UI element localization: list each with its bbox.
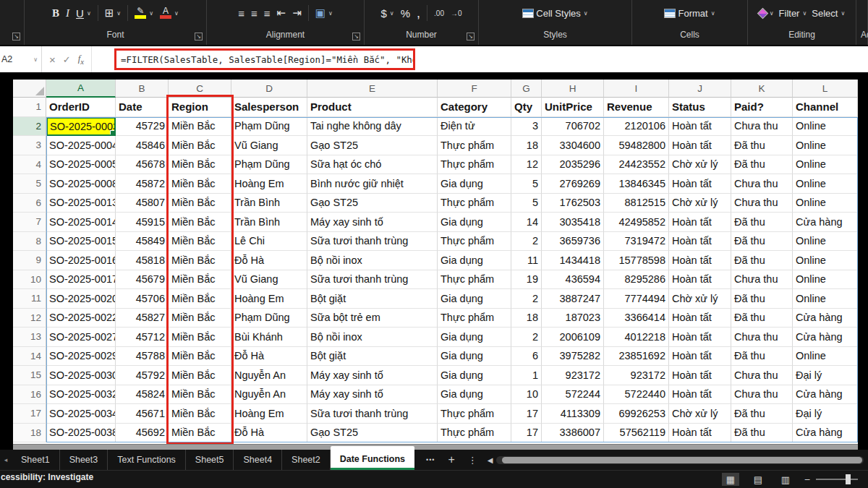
- grid-cell[interactable]: Hoàn tất: [669, 117, 731, 137]
- column-header-i[interactable]: I: [604, 80, 669, 98]
- grid-cell[interactable]: 45827: [116, 309, 169, 328]
- sheet-tab-sheet3[interactable]: Sheet3: [60, 450, 109, 470]
- grid-cell[interactable]: Online: [793, 347, 858, 367]
- grid-cell[interactable]: SO-2025-0008: [46, 174, 116, 194]
- grid-cell[interactable]: 8295286: [604, 270, 669, 290]
- grid-cell[interactable]: Chờ xử lý: [669, 194, 731, 213]
- grid-cell[interactable]: 706702: [542, 117, 604, 137]
- grid-cell[interactable]: Hoàn tất: [669, 174, 731, 194]
- highlight-color-button[interactable]: ✎∨: [135, 7, 153, 19]
- grid-cell[interactable]: 14: [511, 213, 542, 232]
- row-header-14[interactable]: 14: [13, 347, 46, 367]
- dialog-launcher-icon[interactable]: ↘: [352, 33, 360, 40]
- grid-cell[interactable]: Gia dụng: [438, 289, 511, 309]
- grid-cell[interactable]: 187023: [542, 309, 604, 328]
- grid-cell[interactable]: Online: [793, 232, 858, 252]
- grid-cell[interactable]: 69926253: [604, 404, 669, 424]
- name-box[interactable]: A2 ∨: [0, 46, 42, 72]
- grid-cell[interactable]: 3035418: [542, 213, 604, 232]
- grid-cell[interactable]: 1762503: [542, 194, 604, 213]
- row-header-10[interactable]: 10: [13, 270, 46, 290]
- grid-cell[interactable]: Sữa tươi thanh trùng: [307, 404, 438, 424]
- grid-cell[interactable]: Hoàn tất: [669, 213, 731, 232]
- cell-styles-button[interactable]: Cell Styles∨: [522, 8, 587, 19]
- grid-cell[interactable]: SO-2025-0034: [46, 404, 116, 424]
- row-header-2[interactable]: 2: [13, 117, 46, 137]
- row-header-4[interactable]: 4: [13, 155, 46, 175]
- tab-scroll-left-icon[interactable]: ◂: [0, 456, 12, 463]
- grid-cell[interactable]: Miền Bắc: [169, 424, 231, 443]
- sheet-tab-sheet1[interactable]: Sheet1: [12, 450, 60, 470]
- filter-button[interactable]: Filter∨: [779, 8, 807, 19]
- grid-cell[interactable]: Chưa thu: [731, 194, 793, 213]
- grid-cell[interactable]: Trần Bình: [231, 194, 307, 213]
- cancel-formula-icon[interactable]: ×: [49, 53, 56, 66]
- grid-cell[interactable]: Chờ xử lý: [669, 404, 731, 424]
- grid-cell[interactable]: Đỗ Hà: [231, 424, 307, 443]
- header-cell-channel[interactable]: Channel: [793, 98, 858, 117]
- increase-decimal-button[interactable]: .00: [434, 9, 444, 17]
- grid-cell[interactable]: Thực phẩm: [438, 136, 511, 155]
- grid-cell[interactable]: 45678: [116, 155, 169, 175]
- grid-cell[interactable]: 45872: [116, 174, 169, 194]
- grid-cell[interactable]: Gạo ST25: [307, 136, 438, 155]
- grid-cell[interactable]: Miền Bắc: [169, 174, 231, 194]
- grid-cell[interactable]: Hoàn tất: [669, 251, 731, 270]
- grid-cell[interactable]: Đã thu: [731, 289, 793, 309]
- grid-cell[interactable]: Miền Bắc: [169, 194, 231, 213]
- header-cell-category[interactable]: Category: [438, 98, 511, 117]
- grid-cell[interactable]: SO-2025-0005: [46, 155, 116, 175]
- grid-cell[interactable]: 17: [511, 424, 542, 443]
- grid-cell[interactable]: Miền Bắc: [169, 232, 231, 252]
- grid-cell[interactable]: Online: [793, 136, 858, 155]
- header-cell-salesperson[interactable]: Salesperson: [231, 98, 307, 117]
- grid-cell[interactable]: Miền Bắc: [169, 155, 231, 175]
- grid-cell[interactable]: 1434418: [542, 251, 604, 270]
- grid-cell[interactable]: Chưa thu: [731, 270, 793, 290]
- grid-cell[interactable]: Phạm Dũng: [231, 117, 307, 137]
- grid-cell[interactable]: Chưa thu: [731, 174, 793, 194]
- decrease-indent-button[interactable]: ⇤: [277, 7, 286, 20]
- grid-cell[interactable]: Online: [793, 174, 858, 194]
- row-header-11[interactable]: 11: [13, 289, 46, 309]
- grid-cell[interactable]: 2035296: [542, 155, 604, 175]
- grid-cell[interactable]: 923172: [542, 366, 604, 385]
- grid-cell[interactable]: Đại lý: [793, 404, 858, 424]
- grid-cell[interactable]: Gia dụng: [438, 213, 511, 232]
- horizontal-scrollbar-bottom[interactable]: ◀: [488, 456, 864, 464]
- grid-cell[interactable]: Cửa hàng: [793, 328, 858, 347]
- grid-cell[interactable]: 57562119: [604, 424, 669, 443]
- grid-cell[interactable]: Hoàn tất: [669, 270, 731, 290]
- grid-cell[interactable]: 3: [511, 117, 542, 137]
- header-cell-orderid[interactable]: OrderID: [46, 98, 116, 117]
- grid-cell[interactable]: Nguyễn An: [231, 385, 307, 405]
- horizontal-scrollbar[interactable]: [13, 444, 858, 450]
- grid-cell[interactable]: Lê Chi: [231, 232, 307, 252]
- grid-cell[interactable]: 5: [511, 174, 542, 194]
- grid-cell[interactable]: Chưa thu: [731, 117, 793, 137]
- column-header-e[interactable]: E: [307, 80, 438, 98]
- grid-cell[interactable]: 2769269: [542, 174, 604, 194]
- align-center-button[interactable]: ≡: [251, 7, 258, 20]
- grid-cell[interactable]: Hoàng Em: [231, 404, 307, 424]
- grid-cell[interactable]: SO-2025-0014: [46, 213, 116, 232]
- grid-cell[interactable]: Miền Bắc: [169, 347, 231, 367]
- grid-cell[interactable]: 4113309: [542, 404, 604, 424]
- formula-input[interactable]: =FILTER(SalesTable, SalesTable[Region]="…: [114, 48, 415, 70]
- italic-button[interactable]: I: [66, 7, 69, 20]
- row-header-18[interactable]: 18: [13, 424, 46, 443]
- decrease-decimal-button[interactable]: →0: [451, 9, 462, 17]
- percent-style-button[interactable]: %: [401, 7, 410, 20]
- zoom-slider[interactable]: [816, 479, 858, 480]
- header-cell-date[interactable]: Date: [116, 98, 169, 117]
- grid-cell[interactable]: Hoàn tất: [669, 309, 731, 328]
- grid-cell[interactable]: Bộ nồi inox: [307, 251, 438, 270]
- sheet-tab-text-functions[interactable]: Text Functions: [108, 450, 186, 470]
- grid-cell[interactable]: Hoàn tất: [669, 347, 731, 367]
- grid-cell[interactable]: SO-2025-0020: [46, 289, 116, 309]
- grid-cell[interactable]: Đã thu: [731, 404, 793, 424]
- grid-cell[interactable]: Online: [793, 289, 858, 309]
- grid-cell[interactable]: Sữa hạt óc chó: [307, 155, 438, 175]
- select-all-button[interactable]: [13, 80, 46, 98]
- scrollbar-track[interactable]: [496, 456, 864, 464]
